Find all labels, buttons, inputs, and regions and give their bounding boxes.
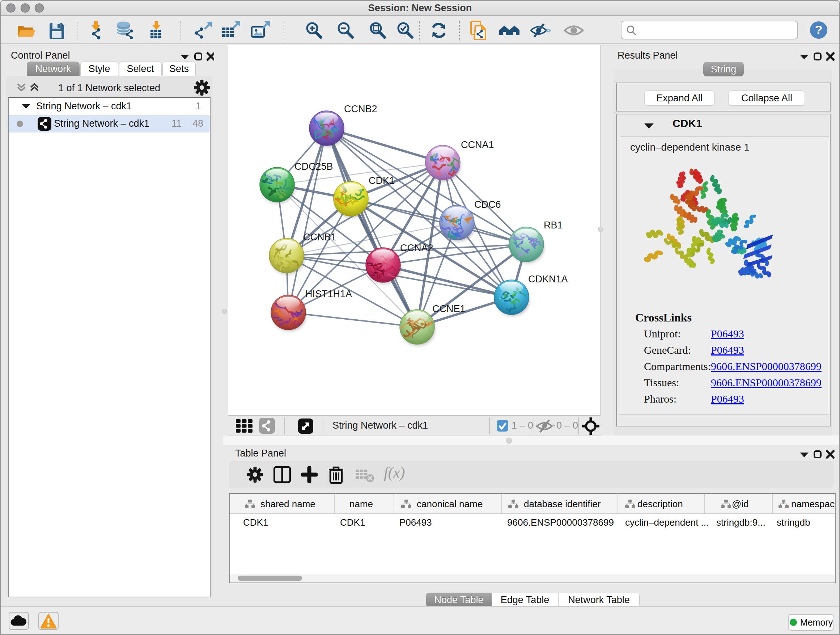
svg-text:?: ? <box>815 23 823 36</box>
svg-text:CDKN1A: CDKN1A <box>528 274 568 285</box>
svg-text:RB1: RB1 <box>544 220 563 231</box>
svg-text:CDK1: CDK1 <box>369 175 395 186</box>
svg-text:CCNB1: CCNB1 <box>303 232 336 242</box>
svg-text:CCNA2: CCNA2 <box>400 242 433 253</box>
svg-text:CDC25B: CDC25B <box>294 161 333 172</box>
svg-text:CDC6: CDC6 <box>474 199 501 210</box>
svg-text:HIST1H1A: HIST1H1A <box>305 288 352 299</box>
svg-text:CCNE1: CCNE1 <box>432 303 466 314</box>
svg-text:CCNA1: CCNA1 <box>461 139 494 150</box>
svg-text:CCNB2: CCNB2 <box>344 103 377 114</box>
